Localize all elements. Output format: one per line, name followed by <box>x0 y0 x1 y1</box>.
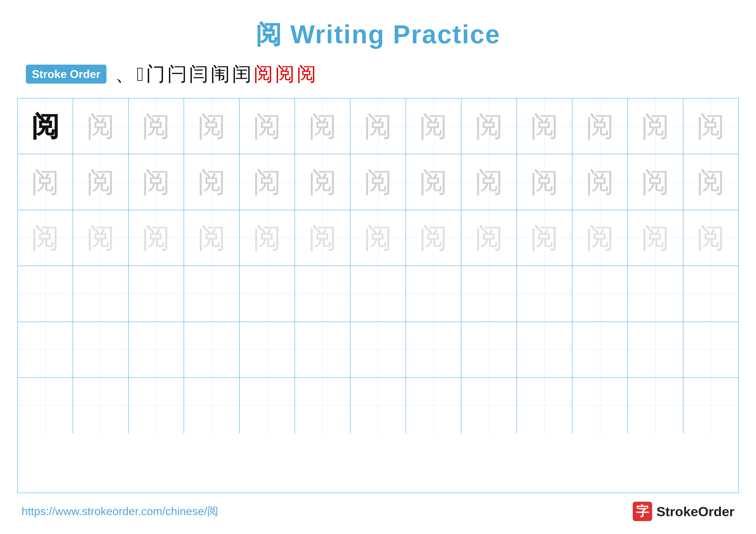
grid-cell[interactable]: 阅 <box>129 210 184 266</box>
grid-cell[interactable] <box>406 322 461 377</box>
grid-cell[interactable] <box>18 378 73 433</box>
grid-cell[interactable]: 阅 <box>184 98 239 154</box>
grid-cell[interactable]: 阅 <box>129 98 184 154</box>
grid-cell[interactable]: 阅 <box>295 210 350 266</box>
grid-cell[interactable]: 阅 <box>240 154 295 210</box>
grid-cell[interactable]: 阅 <box>628 210 683 266</box>
grid-cell[interactable]: 阅 <box>628 154 683 210</box>
grid-cell[interactable] <box>461 322 517 377</box>
grid-cell[interactable] <box>628 378 683 433</box>
grid-cell[interactable] <box>240 378 295 433</box>
grid-cell[interactable]: 阅 <box>517 154 572 210</box>
practice-char: 阅 <box>641 168 669 196</box>
grid-row <box>18 378 738 433</box>
grid-cell[interactable]: 阅 <box>406 98 461 154</box>
grid-cell[interactable] <box>295 266 350 321</box>
footer-logo-text: StrokeOrder <box>657 504 735 519</box>
grid-cell[interactable] <box>350 266 406 321</box>
footer: https://www.strokeorder.com/chinese/阅 字 … <box>17 502 739 521</box>
grid-cell[interactable]: 阅 <box>406 154 461 210</box>
grid-cell[interactable]: 阅 <box>628 98 683 154</box>
grid-cell[interactable]: 阅 <box>184 154 239 210</box>
grid-cell[interactable]: 阅 <box>517 210 572 266</box>
grid-cell[interactable] <box>683 266 738 321</box>
grid-cell[interactable] <box>18 322 73 377</box>
grid-cell[interactable] <box>517 266 572 321</box>
grid-cell[interactable] <box>18 266 73 321</box>
grid-cell[interactable] <box>295 322 350 377</box>
grid-cell[interactable]: 阅 <box>572 154 628 210</box>
grid-cell[interactable] <box>406 266 461 321</box>
grid-cell[interactable]: 阅 <box>683 98 738 154</box>
grid-cell[interactable] <box>628 322 683 377</box>
grid-cell[interactable] <box>572 378 628 433</box>
grid-cell[interactable]: 阅 <box>572 210 628 266</box>
practice-char: 阅 <box>31 112 59 140</box>
grid-cell[interactable]: 阅 <box>461 98 517 154</box>
grid-row <box>18 266 738 322</box>
grid-cell[interactable] <box>184 266 239 321</box>
grid-cell[interactable]: 阅 <box>295 154 350 210</box>
grid-cell[interactable] <box>240 266 295 321</box>
grid-cell[interactable] <box>572 266 628 321</box>
grid-cell[interactable] <box>350 378 406 433</box>
practice-char: 阅 <box>142 168 170 196</box>
grid-cell[interactable]: 阅 <box>517 98 572 154</box>
grid-cell[interactable] <box>517 322 572 377</box>
practice-char: 阅 <box>530 112 558 140</box>
grid-cell[interactable]: 阅 <box>406 210 461 266</box>
stroke-2: 𠃌 <box>137 63 144 85</box>
grid-cell[interactable] <box>461 378 517 433</box>
grid-cell[interactable]: 阅 <box>350 98 406 154</box>
grid-cell[interactable]: 阅 <box>461 210 517 266</box>
grid-cell[interactable] <box>129 322 184 377</box>
grid-cell[interactable]: 阅 <box>73 154 128 210</box>
grid-cell[interactable]: 阅 <box>350 210 406 266</box>
practice-char: 阅 <box>586 224 614 252</box>
practice-char: 阅 <box>309 112 337 140</box>
grid-cell[interactable]: 阅 <box>295 98 350 154</box>
practice-char: 阅 <box>697 224 725 252</box>
grid-cell[interactable]: 阅 <box>18 98 73 154</box>
stroke-10: 阅 <box>297 61 316 87</box>
grid-cell[interactable] <box>683 378 738 433</box>
grid-cell[interactable] <box>572 322 628 377</box>
grid-cell[interactable] <box>73 378 128 433</box>
practice-char: 阅 <box>419 112 447 140</box>
grid-cell[interactable]: 阅 <box>240 98 295 154</box>
grid-cell[interactable]: 阅 <box>350 154 406 210</box>
grid-cell[interactable] <box>73 322 128 377</box>
practice-char: 阅 <box>641 224 669 252</box>
grid-cell[interactable]: 阅 <box>683 210 738 266</box>
practice-char: 阅 <box>198 224 226 252</box>
grid-cell[interactable]: 阅 <box>73 210 128 266</box>
grid-cell[interactable] <box>517 378 572 433</box>
practice-grid: 阅阅阅阅阅阅阅阅阅阅阅阅阅阅阅阅阅阅阅阅阅阅阅阅阅阅阅阅阅阅阅阅阅阅阅阅阅阅阅 <box>17 98 739 493</box>
grid-cell[interactable] <box>628 266 683 321</box>
grid-cell[interactable] <box>129 266 184 321</box>
grid-cell[interactable] <box>73 266 128 321</box>
footer-url: https://www.strokeorder.com/chinese/阅 <box>21 504 218 519</box>
grid-cell[interactable] <box>461 266 517 321</box>
practice-char: 阅 <box>142 224 170 252</box>
grid-cell[interactable]: 阅 <box>683 154 738 210</box>
grid-cell[interactable] <box>129 378 184 433</box>
practice-grid-wrapper: 阅阅阅阅阅阅阅阅阅阅阅阅阅阅阅阅阅阅阅阅阅阅阅阅阅阅阅阅阅阅阅阅阅阅阅阅阅阅阅 <box>17 98 739 493</box>
grid-row <box>18 322 738 378</box>
grid-cell[interactable]: 阅 <box>18 210 73 266</box>
grid-cell[interactable]: 阅 <box>572 98 628 154</box>
grid-cell[interactable] <box>240 322 295 377</box>
grid-cell[interactable] <box>295 378 350 433</box>
grid-cell[interactable]: 阅 <box>18 154 73 210</box>
grid-cell[interactable]: 阅 <box>240 210 295 266</box>
grid-cell[interactable] <box>184 378 239 433</box>
grid-cell[interactable]: 阅 <box>73 98 128 154</box>
grid-cell[interactable] <box>350 322 406 377</box>
grid-cell[interactable] <box>406 378 461 433</box>
grid-cell[interactable]: 阅 <box>461 154 517 210</box>
grid-cell[interactable]: 阅 <box>184 210 239 266</box>
grid-cell[interactable] <box>683 322 738 377</box>
practice-char: 阅 <box>309 224 337 252</box>
grid-cell[interactable] <box>184 322 239 377</box>
grid-cell[interactable]: 阅 <box>129 154 184 210</box>
